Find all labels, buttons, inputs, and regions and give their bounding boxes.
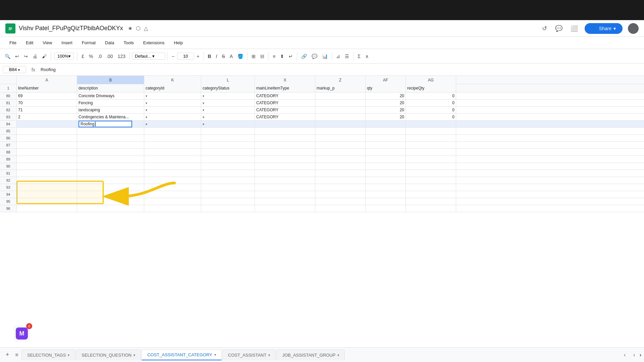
cell-l[interactable]	[201, 156, 255, 163]
cell-ag[interactable]: 0	[406, 100, 456, 106]
cell-z[interactable]	[315, 114, 366, 120]
cell-reference[interactable]: B84 ▾	[3, 66, 26, 73]
cell-a[interactable]	[17, 163, 77, 170]
cell-af[interactable]	[366, 149, 406, 156]
cell-z[interactable]	[315, 107, 366, 113]
share-button[interactable]: 👤 Share ▾	[585, 23, 623, 34]
cell-ag[interactable]	[406, 149, 456, 156]
cell-z[interactable]	[315, 198, 366, 205]
tab-selection-question-dropdown[interactable]: ▾	[133, 353, 135, 357]
cell-ag[interactable]	[406, 128, 456, 134]
col-header-z[interactable]: Z	[315, 76, 366, 84]
cell-l[interactable]: ▾	[201, 93, 255, 99]
font-size-increase[interactable]: +	[195, 52, 201, 60]
cell-af[interactable]: 20	[366, 93, 406, 99]
cell-a[interactable]	[17, 128, 77, 134]
cell-l[interactable]	[201, 163, 255, 170]
cell-a[interactable]	[17, 149, 77, 156]
cell-x[interactable]: CATEGORY	[255, 114, 315, 120]
cell-x[interactable]	[255, 191, 315, 198]
redo-button[interactable]: ↪	[22, 52, 30, 60]
cell-ag[interactable]	[406, 170, 456, 177]
cell-b[interactable]	[77, 177, 144, 184]
menu-extensions[interactable]: Extensions	[139, 39, 169, 47]
cell-k[interactable]	[144, 156, 201, 163]
star-icon[interactable]: ★	[128, 25, 132, 32]
cell-b[interactable]	[77, 156, 144, 163]
cell-af[interactable]: 20	[366, 100, 406, 106]
cell-z[interactable]	[315, 163, 366, 170]
cell-af[interactable]	[366, 142, 406, 148]
menu-edit[interactable]: Edit	[22, 39, 37, 47]
cell-x[interactable]	[255, 205, 315, 212]
cell-b[interactable]: Fencing	[77, 100, 144, 106]
text-wrap-button[interactable]: ↵	[287, 52, 295, 60]
tab-selection-question[interactable]: SELECTION_QUESTION ▾	[76, 350, 141, 360]
cell-l[interactable]	[201, 205, 255, 212]
nav-next-button[interactable]: ›	[630, 351, 638, 359]
header-cell-af[interactable]: qty	[366, 84, 406, 92]
cell-z[interactable]	[315, 149, 366, 156]
cell-k[interactable]	[144, 198, 201, 205]
cell-b[interactable]: Roofing	[77, 121, 144, 127]
cell-af[interactable]	[366, 198, 406, 205]
cell-ag[interactable]	[406, 205, 456, 212]
cell-z[interactable]	[315, 128, 366, 134]
hide-toolbar-button[interactable]: ∧	[363, 52, 371, 60]
cell-l[interactable]	[201, 170, 255, 177]
font-size-control[interactable]: 10	[177, 53, 194, 60]
history-icon[interactable]: ↺	[541, 23, 548, 34]
cell-l[interactable]	[201, 177, 255, 184]
tab-selection-tags-dropdown[interactable]: ▾	[68, 353, 69, 357]
cell-x[interactable]	[255, 170, 315, 177]
header-cell-b[interactable]: description	[77, 84, 144, 92]
text-color-button[interactable]: A	[228, 52, 235, 60]
cell-l[interactable]: ▾	[201, 114, 255, 120]
cell-k[interactable]: ▾	[144, 100, 201, 106]
cell-x[interactable]	[255, 177, 315, 184]
cell-k[interactable]: ▾	[144, 93, 201, 99]
cell-a[interactable]: 71	[17, 107, 77, 113]
header-cell-ag[interactable]: recipeQty	[406, 84, 456, 92]
cell-ag[interactable]	[406, 184, 456, 191]
cell-k[interactable]: ▾	[144, 107, 201, 113]
tab-cost-assistant[interactable]: COST_ASSISTANT ▾	[222, 350, 276, 360]
format-num-button[interactable]: 123	[116, 52, 127, 60]
cell-a[interactable]	[17, 184, 77, 191]
cell-b[interactable]	[77, 149, 144, 156]
cell-b[interactable]	[77, 205, 144, 212]
filter-button[interactable]: ⊿	[334, 52, 342, 60]
tab-job-assistant-group[interactable]: JOB_ASSISTANT_GROUP ▾	[276, 350, 345, 360]
cell-b[interactable]	[77, 163, 144, 170]
cell-z[interactable]	[315, 184, 366, 191]
undo-button[interactable]: ↩	[13, 52, 21, 60]
cell-x[interactable]	[255, 149, 315, 156]
cell-af[interactable]	[366, 184, 406, 191]
bold-button[interactable]: B	[206, 52, 213, 60]
cell-l[interactable]	[201, 191, 255, 198]
merge-button[interactable]: ⊟	[258, 52, 266, 60]
tab-job-assistant-group-dropdown[interactable]: ▾	[337, 353, 339, 357]
cell-a[interactable]	[17, 156, 77, 163]
cell-af[interactable]	[366, 156, 406, 163]
header-cell-x[interactable]: mainLineItemType	[255, 84, 315, 92]
cell-a[interactable]	[17, 205, 77, 212]
print-button[interactable]: 🖨	[31, 52, 39, 60]
cell-l[interactable]: ▾	[201, 107, 255, 113]
fill-color-button[interactable]: 🪣	[235, 52, 245, 60]
cell-af[interactable]	[366, 163, 406, 170]
cell-l[interactable]: ▾	[201, 100, 255, 106]
cell-a[interactable]	[17, 170, 77, 177]
cell-af[interactable]	[366, 170, 406, 177]
sheet-menu-button[interactable]: ≡	[12, 350, 21, 360]
cell-af[interactable]	[366, 135, 406, 141]
cell-k[interactable]	[144, 149, 201, 156]
cell-k[interactable]	[144, 128, 201, 134]
header-cell-l[interactable]: categoryStatus	[201, 84, 255, 92]
cell-ag[interactable]	[406, 163, 456, 170]
col-header-l[interactable]: L	[201, 76, 255, 84]
cell-af[interactable]	[366, 121, 406, 127]
v-align-button[interactable]: ⬍	[278, 52, 286, 60]
cell-ag[interactable]	[406, 142, 456, 148]
cell-b[interactable]	[77, 142, 144, 148]
